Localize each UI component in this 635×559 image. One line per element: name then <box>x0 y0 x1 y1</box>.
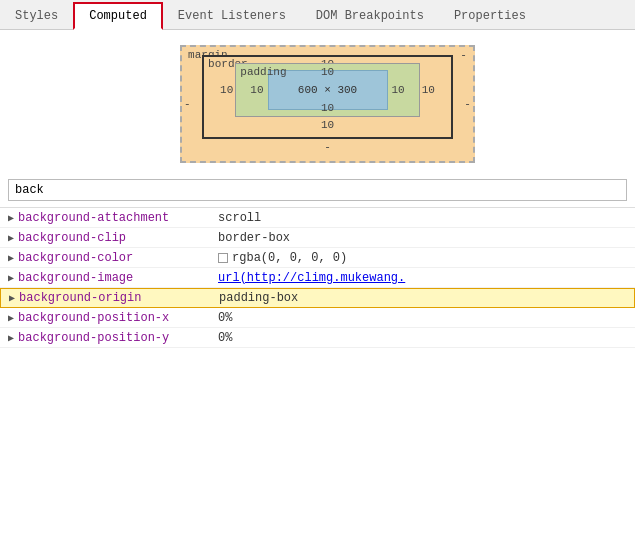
tab-properties[interactable]: Properties <box>439 1 541 29</box>
box-model-area: margin - - - border 10 10 padding 10 <box>0 30 635 173</box>
margin-box: margin - - - border 10 10 padding 10 <box>180 45 475 163</box>
tab-event-listeners[interactable]: Event Listeners <box>163 1 301 29</box>
prop-name-background-color: background-color <box>18 251 218 265</box>
prop-value-background-position-x: 0% <box>218 311 232 325</box>
border-bottom-val: 10 <box>218 119 437 131</box>
padding-right-val: 10 <box>388 84 409 96</box>
margin-bottom-val: - <box>202 141 453 153</box>
prop-name-background-position-y: background-position-y <box>18 331 218 345</box>
search-input[interactable] <box>8 179 627 201</box>
prop-text-background-position-x: 0% <box>218 311 232 325</box>
properties-list: ▶background-attachmentscroll▶background-… <box>0 208 635 408</box>
tab-computed[interactable]: Computed <box>73 2 163 30</box>
prop-arrow-background-attachment[interactable]: ▶ <box>8 212 14 224</box>
prop-arrow-background-position-y[interactable]: ▶ <box>8 332 14 344</box>
color-swatch-background-color[interactable] <box>218 253 228 263</box>
tab-dom-breakpoints[interactable]: DOM Breakpoints <box>301 1 439 29</box>
prop-value-background-position-y: 0% <box>218 331 232 345</box>
tab-bar: Styles Computed Event Listeners DOM Brea… <box>0 0 635 30</box>
prop-name-background-attachment: background-attachment <box>18 211 218 225</box>
prop-name-background-image: background-image <box>18 271 218 285</box>
border-left-val: 10 <box>218 84 235 96</box>
prop-row-background-color: ▶background-colorrgba(0, 0, 0, 0) <box>0 248 635 268</box>
prop-row-background-position-y: ▶background-position-y0% <box>0 328 635 348</box>
prop-arrow-background-origin[interactable]: ▶ <box>9 292 15 304</box>
prop-text-background-color: rgba(0, 0, 0, 0) <box>232 251 347 265</box>
prop-row-background-position-x: ▶background-position-x0% <box>0 308 635 328</box>
padding-label: padding <box>240 66 286 78</box>
prop-arrow-background-color[interactable]: ▶ <box>8 252 14 264</box>
prop-name-background-position-x: background-position-x <box>18 311 218 325</box>
prop-text-background-clip: border-box <box>218 231 290 245</box>
prop-row-background-attachment: ▶background-attachmentscroll <box>0 208 635 228</box>
margin-top-val: - <box>460 49 467 61</box>
padding-left-val: 10 <box>246 84 267 96</box>
padding-top-val: 10 <box>321 66 334 78</box>
border-box: border 10 10 padding 10 10 600 × 300 <box>202 55 453 139</box>
border-sides-row: 10 padding 10 10 600 × 300 10 <box>218 63 437 117</box>
prop-text-background-position-y: 0% <box>218 331 232 345</box>
margin-right-val: - <box>464 98 471 110</box>
prop-row-background-origin: ▶background-originpadding-box <box>0 288 635 308</box>
prop-row-background-clip: ▶background-clipborder-box <box>0 228 635 248</box>
padding-box: padding 10 10 600 × 300 10 10 <box>235 63 419 117</box>
prop-row-background-image: ▶background-imageurl(http://climg.mukewa… <box>0 268 635 288</box>
prop-text-background-origin: padding-box <box>219 291 298 305</box>
prop-arrow-background-position-x[interactable]: ▶ <box>8 312 14 324</box>
prop-arrow-background-image[interactable]: ▶ <box>8 272 14 284</box>
search-area <box>0 173 635 208</box>
prop-value-background-clip: border-box <box>218 231 290 245</box>
prop-link-background-image[interactable]: url(http://climg.mukewang. <box>218 271 405 285</box>
prop-name-background-clip: background-clip <box>18 231 218 245</box>
prop-name-background-origin: background-origin <box>19 291 219 305</box>
prop-value-background-color: rgba(0, 0, 0, 0) <box>218 251 347 265</box>
prop-arrow-background-clip[interactable]: ▶ <box>8 232 14 244</box>
prop-value-background-origin: padding-box <box>219 291 298 305</box>
content-dimensions: 600 × 300 <box>298 84 357 96</box>
prop-value-background-attachment: scroll <box>218 211 261 225</box>
tab-styles[interactable]: Styles <box>0 1 73 29</box>
padding-bottom-val: 10 <box>321 102 334 114</box>
prop-value-background-image: url(http://climg.mukewang. <box>218 271 405 285</box>
prop-text-background-attachment: scroll <box>218 211 261 225</box>
border-right-val: 10 <box>420 84 437 96</box>
margin-left-val: - <box>184 98 191 110</box>
